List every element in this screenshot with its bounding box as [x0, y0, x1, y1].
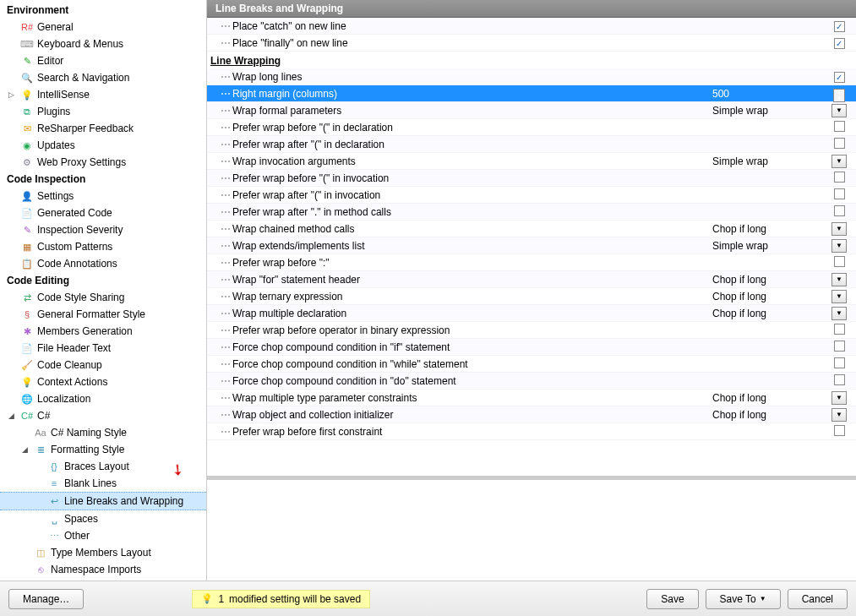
setting-row[interactable]: ⋯Wrap formal parametersSimple wrap▼ [207, 102, 856, 119]
tree-item[interactable]: ▷💡IntelliSense [0, 86, 206, 103]
tree-item[interactable]: ◉Updates [0, 137, 206, 154]
expanded-icon[interactable]: ◢ [22, 445, 30, 454]
setting-row[interactable]: ⋯Prefer wrap before "(" in declaration [207, 119, 856, 136]
manage-button[interactable]: Manage… [8, 589, 84, 609]
tree-item[interactable]: ✎Inspection Severity [0, 221, 206, 238]
tree-item[interactable]: ⋯Other [0, 527, 206, 544]
setting-row[interactable]: ⋯Wrap long lines✓ [207, 68, 856, 85]
setting-row[interactable]: ⋯Wrap chained method callsChop if long▼ [207, 221, 856, 237]
tree-item[interactable]: ◢C#C# [0, 407, 206, 424]
checkbox[interactable] [834, 374, 845, 385]
tree-item[interactable]: ✎Editor [0, 52, 206, 69]
tree-item[interactable]: ⚙Web Proxy Settings [0, 154, 206, 171]
checkbox[interactable]: ✓ [834, 21, 845, 32]
tree-icon: 💡 [20, 375, 34, 389]
tree-item[interactable]: 📄Generated Code [0, 204, 206, 221]
dropdown-button[interactable]: ▼ [831, 307, 847, 320]
setting-row[interactable]: ⋯Prefer wrap after "(" in declaration [207, 136, 856, 153]
bulb-icon: 💡 [201, 593, 213, 604]
setting-value: Simple wrap [712, 240, 822, 252]
checkbox[interactable]: ✓ [834, 72, 845, 83]
tree-item[interactable]: ◢≣Formatting Style [0, 441, 206, 458]
tree-item[interactable]: 🌐Localization [0, 390, 206, 407]
tree-label: Other [64, 530, 90, 542]
tree-item[interactable]: ↩Line Breaks and Wrapping [0, 492, 206, 510]
cancel-button[interactable]: Cancel [788, 589, 848, 609]
setting-row[interactable]: ⋯Right margin (columns)500▲▼ [207, 85, 856, 102]
dropdown-button[interactable]: ▼ [831, 290, 847, 303]
setting-row[interactable]: ⋯Prefer wrap before operator in binary e… [207, 322, 856, 339]
setting-row[interactable]: ⋯Wrap object and collection initializerC… [207, 406, 856, 423]
tree-dash-icon: ⋯ [221, 105, 232, 117]
tree-item[interactable]: ␣Spaces [0, 510, 206, 527]
tree-item[interactable]: AaC# Naming Style [0, 424, 206, 441]
tree-item[interactable]: ◫Type Members Layout [0, 544, 206, 561]
save-button[interactable]: Save [646, 589, 698, 609]
tree-label: Braces Layout [64, 461, 129, 472]
dropdown-button[interactable]: ▼ [831, 222, 847, 236]
checkbox[interactable] [834, 121, 845, 132]
tree-icon: § [20, 308, 34, 321]
expanded-icon[interactable]: ◢ [8, 412, 17, 420]
tree-item[interactable]: 🧹Code Cleanup [0, 357, 206, 373]
settings-list[interactable]: ➘ ⋯Place "catch" on new line✓⋯Place "fin… [207, 18, 856, 479]
setting-row[interactable]: ⋯Prefer wrap before ":" [207, 254, 856, 271]
setting-row[interactable]: ⋯Wrap ternary expressionChop if long▼ [207, 288, 856, 305]
tree-item[interactable]: 📋Code Annotations [0, 255, 206, 272]
setting-row[interactable]: ⋯Prefer wrap before "(" in invocation [207, 170, 856, 187]
dropdown-button[interactable]: ▼ [831, 408, 847, 422]
checkbox[interactable] [834, 357, 845, 368]
tree-icon: ✎ [20, 54, 34, 68]
setting-row[interactable]: ⋯Wrap multiple declarationChop if long▼ [207, 305, 856, 322]
setting-row[interactable]: ⋯Wrap invocation argumentsSimple wrap▼ [207, 153, 856, 170]
dropdown-button[interactable]: ▼ [831, 155, 847, 168]
checkbox[interactable] [834, 205, 845, 216]
setting-row[interactable]: ⋯Wrap "for" statement headerChop if long… [207, 271, 856, 288]
tree-item[interactable]: ✱Members Generation [0, 323, 206, 340]
tree-icon: ▦ [20, 240, 34, 253]
setting-row[interactable]: ⋯Prefer wrap after "(" in invocation [207, 187, 856, 204]
save-to-button[interactable]: Save To ▼ [706, 589, 781, 609]
tree-item[interactable]: ⇄Code Style Sharing [0, 289, 206, 306]
checkbox[interactable] [834, 341, 845, 352]
dropdown-button[interactable]: ▼ [831, 239, 847, 253]
checkbox[interactable] [834, 425, 845, 436]
tree-item[interactable]: ⌨Keyboard & Menus [0, 35, 206, 52]
setting-row[interactable]: ⋯Place "finally" on new line✓ [207, 35, 856, 52]
tree-label: Custom Patterns [37, 241, 112, 253]
tree-item[interactable]: 💡Context Actions [0, 373, 206, 390]
checkbox[interactable] [834, 138, 845, 149]
dropdown-button[interactable]: ▼ [831, 391, 847, 405]
tree-item[interactable]: R#General [0, 19, 206, 35]
checkbox[interactable]: ✓ [834, 38, 845, 49]
setting-row[interactable]: ⋯Prefer wrap after "." in method calls [207, 204, 856, 221]
dropdown-button[interactable]: ▼ [831, 273, 847, 286]
dropdown-button[interactable]: ▼ [831, 104, 847, 117]
setting-row[interactable]: ⋯Wrap extends/implements listSimple wrap… [207, 237, 856, 254]
tree-dash-icon: ⋯ [221, 37, 232, 49]
setting-row[interactable]: ⋯Force chop compound condition in "do" s… [207, 373, 856, 390]
tree-label: Code Cleanup [37, 359, 102, 371]
collapsed-icon[interactable]: ▷ [8, 90, 17, 99]
setting-row[interactable]: ⋯Force chop compound condition in "while… [207, 356, 856, 373]
tree-item[interactable]: ⧉Plugins [0, 103, 206, 120]
sidebar-tree[interactable]: EnvironmentR#General⌨Keyboard & Menus✎Ed… [0, 0, 207, 581]
setting-row[interactable]: ⋯Prefer wrap before first constraint [207, 423, 856, 440]
checkbox[interactable] [834, 172, 845, 183]
tree-item[interactable]: 👤Settings [0, 188, 206, 204]
tree-item[interactable]: 📄File Header Text [0, 340, 206, 357]
setting-row[interactable]: ⋯Place "catch" on new line✓ [207, 18, 856, 35]
checkbox[interactable] [834, 324, 845, 335]
tree-dash-icon: ⋯ [221, 341, 232, 353]
spinner-control[interactable]: ▲▼ [833, 89, 845, 102]
tree-item[interactable]: 🔍Search & Navigation [0, 69, 206, 86]
tree-item[interactable]: ▦Custom Patterns [0, 238, 206, 255]
tree-label: Namespace Imports [51, 564, 141, 575]
checkbox[interactable] [834, 188, 845, 199]
tree-item[interactable]: ⎋Namespace Imports [0, 561, 206, 578]
setting-row[interactable]: ⋯Force chop compound condition in "if" s… [207, 339, 856, 356]
tree-item[interactable]: ✉ReSharper Feedback [0, 120, 206, 137]
checkbox[interactable] [834, 256, 845, 267]
setting-row[interactable]: ⋯Wrap multiple type parameter constraint… [207, 390, 856, 406]
tree-item[interactable]: §General Formatter Style [0, 306, 206, 323]
